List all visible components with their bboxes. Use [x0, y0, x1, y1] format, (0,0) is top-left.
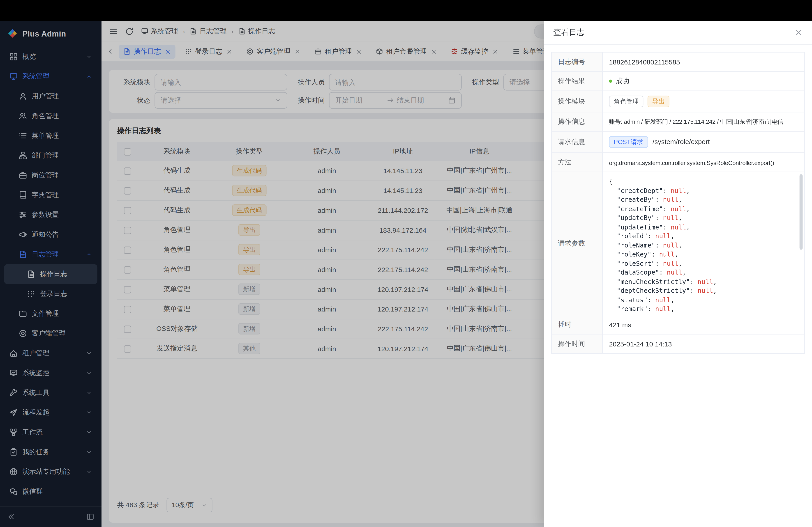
close-icon[interactable] — [795, 29, 803, 36]
request-method-tag: POST请求 — [609, 136, 648, 148]
desc-row: 日志编号1882612840802115585 — [551, 52, 804, 72]
desc-row: 操作结果成功 — [551, 72, 804, 91]
desc-row: 操作时间2025-01-24 10:14:13 — [551, 334, 804, 353]
desc-value-text: 2025-01-24 10:14:13 — [609, 340, 672, 348]
json-line: "createTime": null, — [609, 205, 798, 214]
desc-row: 请求信息POST请求/system/role/export — [551, 132, 804, 153]
json-line: "roleName": null, — [609, 241, 798, 250]
json-line: "updateTime": null, — [609, 223, 798, 232]
json-line: { — [609, 177, 798, 186]
json-line: "roleKey": null, — [609, 250, 798, 259]
desc-label: 耗时 — [551, 315, 603, 334]
json-line: "createBy": null, — [609, 196, 798, 205]
log-detail-table: 日志编号1882612840802115585操作结果成功操作模块角色管理导出操… — [551, 52, 805, 353]
desc-value-text: 1882612840802115585 — [609, 58, 680, 66]
drawer-title: 查看日志 — [553, 28, 584, 37]
desc-row: 操作模块角色管理导出 — [551, 91, 804, 112]
drawer-header: 查看日志 — [544, 21, 812, 45]
json-line: "roleId": null, — [609, 232, 798, 241]
operation-type-tag: 导出 — [648, 96, 669, 107]
json-line: "roleSort": null, — [609, 259, 798, 268]
desc-label: 请求信息 — [551, 132, 603, 153]
desc-value-text: org.dromara.system.controller.system.Sys… — [609, 160, 774, 166]
json-line: "remark": null, — [609, 305, 798, 314]
view-log-drawer: 查看日志 日志编号1882612840802115585操作结果成功操作模块角色… — [544, 21, 812, 527]
desc-label: 日志编号 — [551, 52, 603, 72]
desc-label: 操作结果 — [551, 72, 603, 91]
json-line: "dataScope": null, — [609, 269, 798, 277]
status-dot — [609, 79, 612, 83]
desc-row: 耗时421 ms — [551, 315, 804, 334]
app-window: Plus Admin 概览系统管理用户管理角色管理菜单管理部门管理岗位管理字典管… — [0, 0, 812, 527]
desc-label: 操作信息 — [551, 112, 603, 131]
desc-value-text: 421 ms — [609, 321, 631, 329]
desc-label: 操作模块 — [551, 91, 603, 112]
json-line: "updateBy": null, — [609, 214, 798, 223]
drawer-body: 日志编号1882612840802115585操作结果成功操作模块角色管理导出操… — [544, 45, 812, 361]
json-line: "menuCheckStrictly": null, — [609, 277, 798, 286]
module-tag: 角色管理 — [609, 96, 643, 107]
code-scrollbar-thumb[interactable] — [800, 174, 803, 250]
request-url: /system/role/export — [653, 138, 710, 146]
desc-label: 方法 — [551, 153, 603, 172]
json-line: "status": null, — [609, 296, 798, 305]
desc-value-text: 账号: admin / 研发部门 / 222.175.114.242 / 中国|… — [609, 119, 783, 125]
status-text: 成功 — [616, 77, 629, 85]
desc-row: 方法org.dromara.system.controller.system.S… — [551, 153, 804, 172]
desc-row: 操作信息账号: admin / 研发部门 / 222.175.114.242 /… — [551, 112, 804, 131]
json-line: "createDept": null, — [609, 186, 798, 195]
request-params-json[interactable]: { "createDept": null, "createBy": null, … — [603, 172, 804, 315]
json-line: "deptCheckStrictly": null, — [609, 287, 798, 296]
desc-row: 请求参数{ "createDept": null, "createBy": nu… — [551, 172, 804, 315]
desc-label: 请求参数 — [551, 172, 603, 315]
desc-label: 操作时间 — [551, 334, 603, 353]
